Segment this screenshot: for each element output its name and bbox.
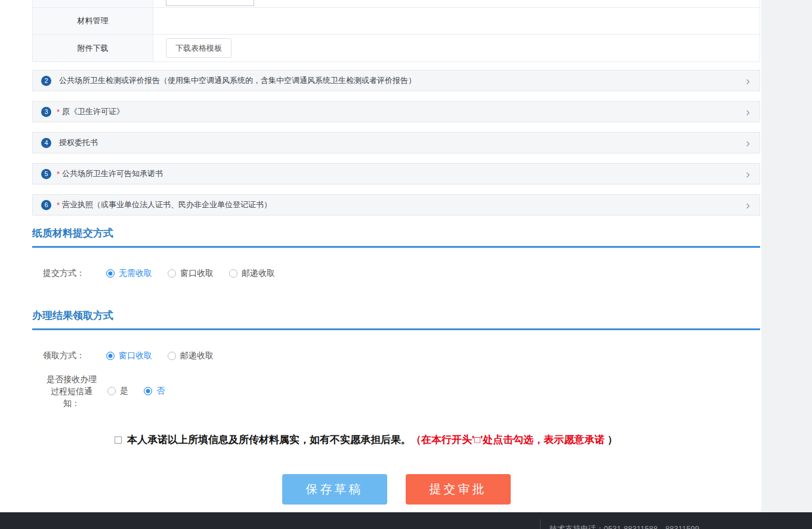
radio-selected-icon	[106, 269, 115, 278]
pickup-method-row: 领取方式： 窗口收取 邮递收取	[32, 350, 760, 361]
radio-unselected-icon	[229, 269, 237, 278]
commitment-warning-text: （在本行开头'□'处点击勾选，表示愿意承诺	[411, 434, 607, 445]
right-gutter	[761, 0, 812, 512]
radio-selected-icon	[144, 387, 152, 395]
accordion-section-5[interactable]: 5 * 公共场所卫生许可告知承诺书 ›	[32, 163, 760, 184]
accordion-section-6[interactable]: 6 * 营业执照（或事业单位法人证书、民办非企业单位登记证书） ›	[32, 194, 760, 216]
row-label: 材料管理	[33, 8, 153, 34]
section-title: 原《卫生许可证》	[62, 106, 124, 117]
field-label: 是否接收办理过程短信通知：	[47, 373, 97, 409]
material-info-table: 材料管理 附件下载 下载表格模板	[32, 0, 760, 62]
radio-window-collection[interactable]: 窗口收取	[168, 268, 214, 279]
submission-method-row: 提交方式： 无需收取 窗口收取 邮递收取	[32, 268, 760, 279]
field-label: 提交方式：	[43, 268, 85, 279]
cutoff-input[interactable]	[166, 0, 254, 6]
chevron-right-icon: ›	[746, 199, 750, 211]
chevron-right-icon: ›	[746, 137, 750, 149]
row-value-cell: 下载表格模板	[153, 35, 759, 61]
material-accordion-list: 2 公共场所卫生检测或评价报告（使用集中空调通风系统的，含集中空调通风系统卫生检…	[32, 70, 760, 216]
required-asterisk: *	[57, 201, 60, 210]
required-asterisk: *	[57, 170, 60, 179]
chevron-right-icon: ›	[746, 75, 750, 87]
radio-window-pickup[interactable]: 窗口收取	[106, 350, 152, 361]
action-button-row: 保存草稿 提交审批	[32, 474, 760, 505]
radio-unselected-icon	[168, 352, 176, 360]
field-label: 领取方式：	[43, 350, 85, 361]
commitment-close-paren: ）	[607, 434, 618, 445]
section-number-badge: 5	[41, 169, 51, 179]
radio-selected-icon	[106, 352, 115, 360]
radio-unselected-icon	[107, 387, 116, 395]
row-value-cell	[153, 0, 759, 7]
radio-label: 邮递收取	[180, 350, 214, 361]
section-title: 授权委托书	[59, 137, 98, 148]
section-number-badge: 2	[41, 76, 51, 86]
commitment-text: 本人承诺以上所填信息及所传材料属实，如有不实愿承担后果。（在本行开头'□'处点击…	[127, 433, 618, 447]
radio-no-collection[interactable]: 无需收取	[106, 268, 152, 279]
download-template-button[interactable]: 下载表格模板	[166, 38, 231, 58]
form-content: 材料管理 附件下载 下载表格模板 2 公共场所卫生检测或评价报告（使用集中空调通…	[32, 0, 760, 505]
section-title: 公共场所卫生许可告知承诺书	[62, 168, 163, 179]
radio-sms-no[interactable]: 否	[144, 386, 165, 396]
chevron-right-icon: ›	[746, 106, 750, 118]
radio-unselected-icon	[168, 269, 176, 278]
radio-label: 否	[156, 386, 165, 396]
section-number-badge: 6	[41, 200, 51, 210]
radio-label: 窗口收取	[119, 350, 152, 361]
required-asterisk: *	[57, 107, 60, 116]
commitment-main-text: 本人承诺以上所填信息及所传材料属实，如有不实愿承担后果。	[127, 434, 411, 445]
accordion-section-4[interactable]: 4 授权委托书 ›	[32, 132, 760, 153]
row-label: 附件下载	[33, 35, 153, 61]
section-title: 营业执照（或事业单位法人证书、民办非企业单位登记证书）	[62, 199, 271, 210]
radio-label: 无需收取	[119, 268, 152, 279]
paper-submission-header: 纸质材料提交方式	[32, 226, 760, 248]
row-value-cell	[153, 8, 759, 34]
accordion-section-3[interactable]: 3 * 原《卫生许可证》 ›	[32, 101, 760, 122]
section-header-title: 办理结果领取方式	[32, 310, 113, 321]
section-title: 公共场所卫生检测或评价报告（使用集中空调通风系统的，含集中空调通风系统卫生检测或…	[59, 75, 416, 86]
row-label-cell	[33, 0, 153, 7]
section-number-badge: 3	[41, 107, 51, 117]
footer-divider	[540, 519, 541, 529]
save-draft-button[interactable]: 保存草稿	[282, 474, 387, 505]
result-pickup-header: 办理结果领取方式	[32, 309, 760, 330]
commitment-checkbox[interactable]	[115, 436, 122, 444]
table-row-partial	[33, 0, 759, 7]
table-row-material-management: 材料管理	[33, 7, 759, 34]
radio-label: 窗口收取	[180, 268, 214, 279]
table-row-attachment-download: 附件下载 下载表格模板	[33, 34, 759, 61]
support-phone-text: 技术支持电话：0531-88311588、88311599	[549, 524, 699, 529]
chevron-right-icon: ›	[746, 168, 750, 180]
accordion-section-2[interactable]: 2 公共场所卫生检测或评价报告（使用集中空调通风系统的，含集中空调通风系统卫生检…	[32, 70, 760, 91]
sms-notification-row: 是否接收办理过程短信通知： 是 否	[32, 373, 760, 409]
submit-approval-button[interactable]: 提交审批	[406, 474, 511, 505]
radio-label: 邮递收取	[242, 268, 275, 279]
radio-label: 是	[120, 386, 128, 396]
radio-sms-yes[interactable]: 是	[107, 386, 128, 396]
radio-mail-pickup[interactable]: 邮递收取	[168, 350, 214, 361]
radio-mail-collection[interactable]: 邮递收取	[229, 268, 275, 279]
section-number-badge: 4	[41, 138, 51, 148]
section-header-title: 纸质材料提交方式	[32, 227, 113, 239]
page-footer: 技术支持电话：0531-88311588、88311599	[0, 512, 812, 529]
commitment-row: 本人承诺以上所填信息及所传材料属实，如有不实愿承担后果。（在本行开头'□'处点击…	[32, 433, 760, 447]
